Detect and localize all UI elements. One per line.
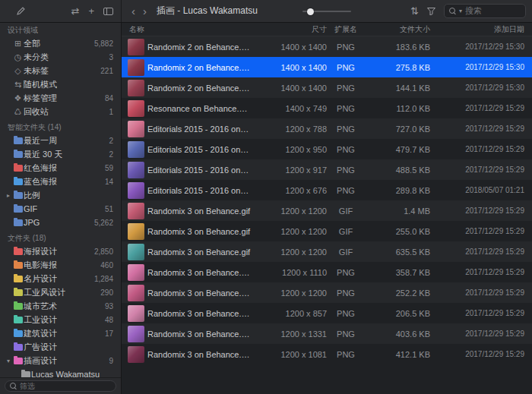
file-thumbnail	[128, 182, 144, 199]
column-dimensions[interactable]: 尺寸	[257, 24, 327, 35]
sidebar-item-business-card-design[interactable]: 名片设计 1,284	[0, 272, 121, 285]
sidebar-item-all[interactable]: ⊞ 全部 5,882	[0, 36, 121, 50]
sidebar-item-tag-manager[interactable]: ❖ 标签管理 84	[0, 91, 121, 105]
thumbnail-zoom-slider[interactable]	[302, 6, 351, 17]
table-row[interactable]: Editorials 2015 - 2016 on Behance.png 12…	[122, 139, 532, 159]
table-row[interactable]: Randomix 2 on Behance.png 1400 x 1400 PN…	[122, 57, 532, 77]
smart-folder-icon	[14, 165, 23, 172]
section-header-folders[interactable]: 文件夹 (18)	[0, 232, 121, 244]
window-title: 插画 - Lucas Wakamatsu	[157, 5, 258, 17]
file-size: 289.8 KB	[365, 186, 430, 195]
item-count: 59	[100, 164, 113, 172]
file-date-added: 2017/12/29 15:29	[430, 104, 524, 112]
sidebar-item-label: 比例	[24, 190, 40, 201]
sidebar-item-label: 回收站	[24, 106, 49, 118]
column-date-added[interactable]: 添加日期	[430, 24, 524, 35]
file-extension: PNG	[327, 145, 365, 154]
item-count: 460	[96, 261, 113, 269]
sidebar-item-uncategorized[interactable]: ◷ 未分类 3	[0, 50, 121, 64]
list-body[interactable]: Randomix 2 on Behance.png 1400 x 1400 PN…	[122, 36, 532, 394]
table-row[interactable]: Randomix 3 on Behance.gif 1200 x 1200 GI…	[122, 241, 532, 262]
file-thumbnail	[128, 162, 144, 178]
sidebar-scroll-area[interactable]: 设计领域 ⊞ 全部 5,882 ◷ 未分类 3 ◇ 未标签 221 ⇆	[0, 23, 121, 377]
filter-input[interactable]: 筛选	[5, 380, 116, 392]
file-name: Randomix 2 on Behance.png	[147, 84, 257, 93]
file-extension: PNG	[327, 43, 365, 52]
table-row[interactable]: Randomix 3 on Behance.gif 1200 x 1200 GI…	[122, 200, 532, 221]
sidebar-item-label: 未分类	[24, 52, 49, 63]
sidebar-item-blue-posters[interactable]: 蓝色海报 14	[0, 175, 121, 188]
sidebar-item-red-posters[interactable]: 红色海报 59	[0, 161, 121, 175]
sidebar-item-lucas-wakamatsu[interactable]: Lucas Wakamatsu	[0, 367, 121, 377]
table-row[interactable]: Editorials 2015 - 2016 on Behance.png 12…	[122, 180, 532, 200]
sidebar-item-ad-design[interactable]: 广告设计	[0, 340, 121, 354]
sidebar-item-industrial-design[interactable]: 工业设计 48	[0, 313, 121, 326]
pencil-icon[interactable]	[17, 7, 25, 15]
sidebar-item-random-mode[interactable]: ⇆ 随机模式	[0, 77, 121, 91]
section-header-smart-folders[interactable]: 智能文件夹 (14)	[0, 121, 121, 134]
table-row[interactable]: Randomix 3 on Behance.png 1200 x 1331 PN…	[122, 323, 532, 344]
sidebar-item-illustration-design[interactable]: ▾ 插画设计 9	[0, 354, 121, 367]
slider-knob[interactable]	[307, 8, 314, 15]
sidebar-item-label: JPG	[24, 218, 40, 227]
file-thumbnail	[128, 244, 144, 260]
file-thumbnail	[128, 80, 144, 96]
table-row[interactable]: Randomix 3 on Behance.png 1200 x 1081 PN…	[122, 344, 532, 364]
sidebar-item-trash[interactable]: ♺ 回收站 1	[0, 105, 121, 118]
chevron-down-icon[interactable]: ▾	[459, 8, 462, 14]
file-name: Editorials 2015 - 2016 on Behance.png	[147, 125, 257, 134]
table-row[interactable]: Editorials 2015 - 2016 on Behance.png 12…	[122, 159, 532, 180]
sort-icon[interactable]: ⇅	[410, 6, 419, 16]
file-date-added: 2017/12/29 15:29	[430, 227, 524, 235]
tag-icon: ◇	[12, 66, 24, 76]
file-size: 1.4 MB	[365, 206, 430, 216]
table-row[interactable]: Randomix 3 on Behance.png 1200 x 1200 PN…	[122, 282, 532, 303]
search-input[interactable]: ▾ 搜索	[444, 4, 526, 18]
file-name: Randomix 3 on Behance.png	[147, 329, 257, 339]
file-extension: GIF	[327, 206, 365, 216]
file-name: Editorials 2015 - 2016 on Behance.png	[147, 165, 257, 175]
add-icon[interactable]: +	[88, 6, 94, 16]
folder-icon	[14, 289, 23, 296]
table-row[interactable]: Randomix 2 on Behance.png 1400 x 1400 PN…	[122, 36, 532, 57]
column-name[interactable]: 名称	[122, 24, 257, 35]
sidebar-item-industrial-style-design[interactable]: 工业风设计 290	[0, 285, 121, 299]
filter-icon[interactable]	[427, 8, 435, 15]
search-icon	[10, 383, 17, 389]
smart-folder-icon	[14, 206, 23, 213]
file-size: 255.0 KB	[365, 227, 430, 236]
sidebar-toggle-icon[interactable]	[103, 8, 113, 15]
table-row[interactable]: Randomix 2 on Behance.png 1400 x 1400 PN…	[122, 77, 532, 98]
sidebar-item-recent-week[interactable]: 最近一周 2	[0, 134, 121, 147]
forward-button[interactable]: ›	[139, 5, 150, 17]
file-extension: PNG	[327, 309, 365, 318]
sidebar-item-architecture-design[interactable]: 建筑设计 17	[0, 326, 121, 340]
sidebar-item-ratio[interactable]: ▸ 比例	[0, 188, 121, 202]
tags-icon: ❖	[12, 93, 24, 103]
sidebar-item-untagged[interactable]: ◇ 未标签 221	[0, 64, 121, 77]
smart-folder-icon	[14, 219, 23, 226]
folder-icon	[21, 371, 30, 378]
table-row[interactable]: Randomix 3 on Behance.png 1200 x 857 PNG…	[122, 303, 532, 323]
table-row[interactable]: Randomix 3 on Behance.png 1200 x 1110 PN…	[122, 262, 532, 282]
swap-icon[interactable]: ⇄	[71, 6, 80, 16]
table-row[interactable]: Resonance on Behance.png 1400 x 749 PNG …	[122, 98, 532, 118]
sidebar-item-recent-30-days[interactable]: 最近 30 天 2	[0, 147, 121, 161]
sidebar-item-jpg[interactable]: JPG 5,262	[0, 216, 121, 229]
sidebar-item-urban-art[interactable]: 城市艺术 93	[0, 299, 121, 313]
file-size: 479.7 KB	[365, 145, 430, 154]
file-dimensions: 1200 x 857	[257, 309, 327, 318]
sidebar-item-poster-design[interactable]: 海报设计 2,850	[0, 244, 121, 258]
file-name: Randomix 3 on Behance.png	[147, 350, 257, 359]
section-header-library[interactable]: 设计领域	[0, 24, 121, 36]
search-placeholder: 搜索	[465, 5, 482, 17]
sidebar-item-movie-posters[interactable]: 电影海报 460	[0, 258, 121, 272]
table-row[interactable]: Editorials 2015 - 2016 on Behance.png 12…	[122, 118, 532, 139]
item-count: 1,284	[90, 275, 113, 283]
sidebar-item-gif[interactable]: GIF 51	[0, 202, 121, 216]
sidebar-item-label: 随机模式	[24, 79, 57, 90]
column-extension[interactable]: 扩展名	[327, 24, 365, 35]
column-filesize[interactable]: 文件大小	[365, 24, 430, 35]
table-row[interactable]: Randomix 3 on Behance.gif 1200 x 1200 GI…	[122, 221, 532, 241]
back-button[interactable]: ‹	[128, 5, 139, 17]
